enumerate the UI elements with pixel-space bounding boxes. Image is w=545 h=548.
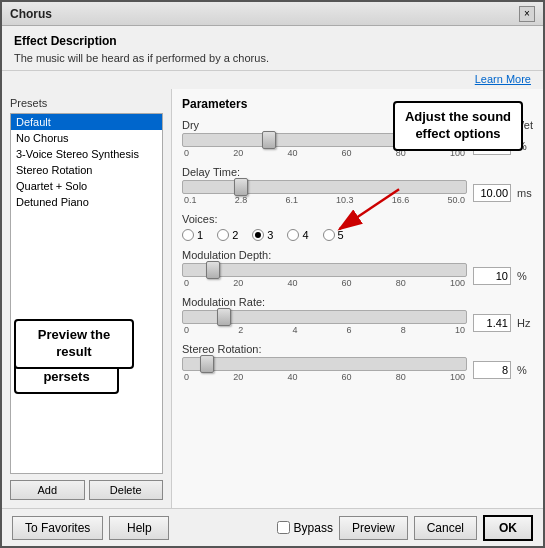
- bypass-label: Bypass: [294, 521, 333, 535]
- delay-time-unit: ms: [517, 187, 533, 199]
- mod-rate-value-input[interactable]: [473, 314, 511, 332]
- stereo-rotation-slider-container: 020406080100: [182, 357, 467, 382]
- voice-option-1[interactable]: 1: [182, 229, 203, 241]
- radio-voice-3[interactable]: [252, 229, 264, 241]
- voice-label-3: 3: [267, 229, 273, 241]
- voices-options-row: 12345: [182, 229, 533, 241]
- preset-item[interactable]: Stereo Rotation: [11, 162, 162, 178]
- voice-option-3[interactable]: 3: [252, 229, 273, 241]
- radio-voice-1[interactable]: [182, 229, 194, 241]
- stereo-rotation-tick-labels: 020406080100: [182, 372, 467, 382]
- learn-more-link[interactable]: Learn More: [475, 73, 531, 85]
- dry-wet-slider-thumb[interactable]: [262, 131, 276, 149]
- voices-label: Voices:: [182, 213, 533, 225]
- mod-rate-row: Modulation Rate: 0246810 Hz: [182, 296, 533, 335]
- radio-voice-2[interactable]: [217, 229, 229, 241]
- ok-button[interactable]: OK: [483, 515, 533, 541]
- bottom-bar: To Favorites Help Bypass Preview Cancel …: [2, 508, 543, 546]
- radio-voice-4[interactable]: [287, 229, 299, 241]
- add-preset-button[interactable]: Add: [10, 480, 85, 500]
- voice-label-2: 2: [232, 229, 238, 241]
- voices-row-container: Voices: 12345: [182, 213, 533, 241]
- delay-time-value-input[interactable]: [473, 184, 511, 202]
- delay-time-row: Delay Time: 0.12.86.110.316.650.0 ms: [182, 166, 533, 205]
- mod-rate-slider-thumb[interactable]: [217, 308, 231, 326]
- mod-depth-row: Modulation Depth: 020406080100 %: [182, 249, 533, 288]
- mod-depth-tick-labels: 020406080100: [182, 278, 467, 288]
- mod-rate-tick-labels: 0246810: [182, 325, 467, 335]
- voice-option-5[interactable]: 5: [323, 229, 344, 241]
- mod-depth-label: Modulation Depth:: [182, 249, 533, 261]
- effect-description-section: Effect Description The music will be hea…: [2, 26, 543, 71]
- bypass-checkbox[interactable]: [277, 521, 290, 534]
- radio-voice-5[interactable]: [323, 229, 335, 241]
- stereo-rotation-slider-thumb[interactable]: [200, 355, 214, 373]
- mod-rate-slider-track[interactable]: [182, 310, 467, 324]
- stereo-rotation-value-input[interactable]: [473, 361, 511, 379]
- cancel-button[interactable]: Cancel: [414, 516, 477, 540]
- effect-description-heading: Effect Description: [14, 34, 531, 48]
- callout-preview: Preview the result: [14, 319, 134, 369]
- preset-item[interactable]: No Chorus: [11, 130, 162, 146]
- mod-depth-unit: %: [517, 270, 533, 282]
- preset-item[interactable]: Default: [11, 114, 162, 130]
- mod-depth-slider-container: 020406080100: [182, 263, 467, 288]
- preview-button[interactable]: Preview: [339, 516, 408, 540]
- mod-depth-value-input[interactable]: [473, 267, 511, 285]
- main-content: Adjust the sound effect options Save and…: [2, 89, 543, 508]
- close-button[interactable]: ×: [519, 6, 535, 22]
- presets-buttons: Add Delete: [10, 480, 163, 500]
- voice-label-4: 4: [302, 229, 308, 241]
- voice-option-2[interactable]: 2: [217, 229, 238, 241]
- delete-preset-button[interactable]: Delete: [89, 480, 164, 500]
- preset-item[interactable]: 3-Voice Stereo Synthesis: [11, 146, 162, 162]
- dry-label: Dry: [182, 119, 199, 131]
- callout-adjust: Adjust the sound effect options: [393, 101, 523, 151]
- stereo-rotation-row: Stereo Rotation: 020406080100 %: [182, 343, 533, 382]
- effect-description-text: The music will be heard as if performed …: [14, 52, 531, 64]
- learn-more-row: Learn More: [2, 71, 543, 89]
- delay-time-label: Delay Time:: [182, 166, 533, 178]
- stereo-rotation-slider-track[interactable]: [182, 357, 467, 371]
- window-title: Chorus: [10, 7, 52, 21]
- preset-item[interactable]: Detuned Piano: [11, 194, 162, 210]
- chorus-window: Chorus × Effect Description The music wi…: [0, 0, 545, 548]
- voice-option-4[interactable]: 4: [287, 229, 308, 241]
- delay-time-slider-thumb[interactable]: [234, 178, 248, 196]
- to-favorites-button[interactable]: To Favorites: [12, 516, 103, 540]
- parameters-panel: Parameters Dry Wet 020406080100 %: [172, 89, 543, 508]
- presets-panel: Presets DefaultNo Chorus3-Voice Stereo S…: [2, 89, 172, 508]
- delay-time-slider-container: 0.12.86.110.316.650.0: [182, 180, 467, 205]
- stereo-rotation-label: Stereo Rotation:: [182, 343, 533, 355]
- title-bar: Chorus ×: [2, 2, 543, 26]
- mod-depth-slider-track[interactable]: [182, 263, 467, 277]
- voice-label-5: 5: [338, 229, 344, 241]
- mod-depth-slider-thumb[interactable]: [206, 261, 220, 279]
- bypass-option: Bypass: [277, 521, 333, 535]
- preset-item[interactable]: Quartet + Solo: [11, 178, 162, 194]
- mod-rate-label: Modulation Rate:: [182, 296, 533, 308]
- stereo-rotation-unit: %: [517, 364, 533, 376]
- mod-rate-slider-container: 0246810: [182, 310, 467, 335]
- mod-rate-unit: Hz: [517, 317, 533, 329]
- voice-label-1: 1: [197, 229, 203, 241]
- presets-label: Presets: [10, 97, 163, 109]
- delay-time-slider-track[interactable]: [182, 180, 467, 194]
- presets-list[interactable]: DefaultNo Chorus3-Voice Stereo Synthesis…: [10, 113, 163, 474]
- delay-time-tick-labels: 0.12.86.110.316.650.0: [182, 195, 467, 205]
- help-button[interactable]: Help: [109, 516, 169, 540]
